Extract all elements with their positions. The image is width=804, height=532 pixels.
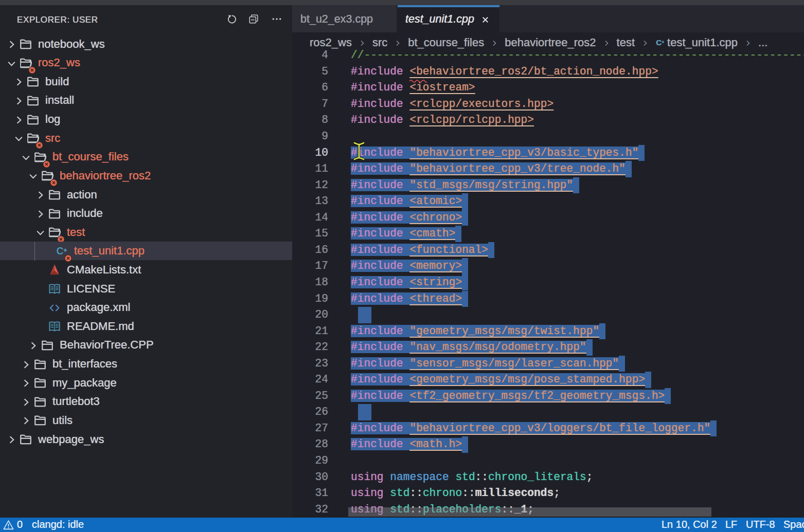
svg-text:C: C [57, 245, 64, 256]
